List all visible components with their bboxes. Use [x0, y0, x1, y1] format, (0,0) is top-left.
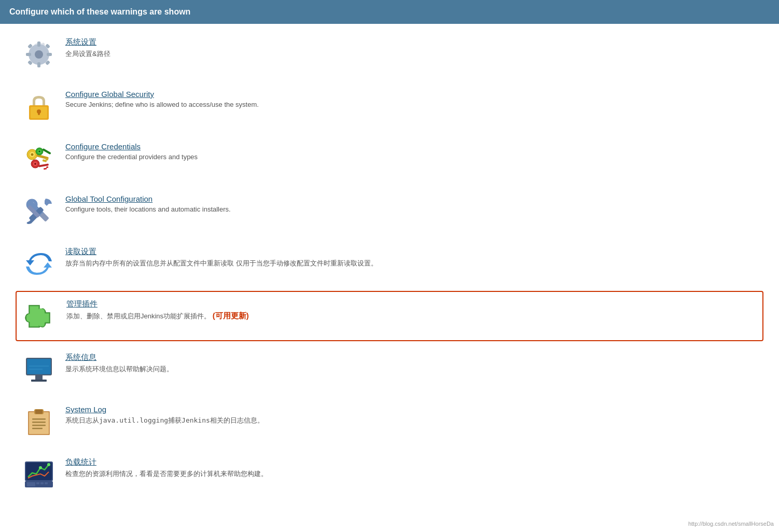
chart-icon [21, 457, 57, 491]
item-row-reload[interactable]: 读取设置放弃当前内存中所有的设置信息并从配置文件中重新读取 仅用于当您手动修改配… [16, 239, 763, 289]
svg-rect-54 [32, 425, 46, 426]
item-desc-system-settings: 全局设置&路径 [65, 49, 110, 59]
svg-rect-61 [27, 482, 35, 486]
item-row-manage-plugins[interactable]: 管理插件添加、删除、禁用或启用Jenkins功能扩展插件。 (可用更新) [16, 291, 763, 341]
refresh-icon [21, 247, 57, 281]
item-title-global-tool[interactable]: Global Tool Configuration [65, 194, 231, 203]
item-desc-load-stats: 检查您的资源利用情况，看看是否需要更多的计算机来帮助您构建。 [65, 469, 268, 479]
item-title-system-settings[interactable]: 系统设置 [65, 37, 110, 47]
svg-point-22 [34, 163, 36, 165]
svg-rect-5 [47, 53, 52, 56]
keys-icon [21, 142, 57, 176]
item-content-system-log: System Log系统日志从java.util.logging捕获Jenkin… [65, 405, 264, 425]
svg-point-28 [38, 150, 40, 152]
svg-rect-13 [38, 111, 40, 115]
svg-point-1 [35, 50, 43, 59]
svg-rect-3 [37, 62, 40, 67]
svg-rect-52 [32, 418, 46, 420]
svg-point-59 [47, 463, 50, 466]
header-bar: Configure which of these warnings are sh… [0, 0, 779, 24]
svg-rect-44 [35, 375, 43, 380]
item-row-system-info[interactable]: 系统信息显示系统环境信息以帮助解决问题。 [16, 344, 763, 395]
svg-rect-49 [29, 412, 49, 434]
item-content-credentials: Configure CredentialsConfigure the crede… [65, 142, 198, 161]
svg-rect-46 [28, 360, 50, 373]
lock-icon [21, 90, 57, 123]
item-title-global-security[interactable]: Configure Global Security [65, 90, 259, 99]
svg-rect-62 [36, 482, 39, 484]
item-desc-global-tool: Configure tools, their locations and aut… [65, 205, 231, 213]
item-content-global-tool: Global Tool ConfigurationConfigure tools… [65, 194, 231, 213]
svg-rect-53 [32, 422, 46, 423]
item-row-system-settings[interactable]: 系统设置全局设置&路径 [16, 29, 763, 79]
svg-rect-64 [45, 482, 48, 484]
svg-rect-45 [31, 380, 47, 382]
item-content-global-security: Configure Global SecuritySecure Jenkins;… [65, 90, 259, 108]
item-title-credentials[interactable]: Configure Credentials [65, 142, 198, 151]
item-desc-system-log: 系统日志从java.util.logging捕获Jenkins相关的日志信息。 [65, 416, 264, 425]
item-content-system-settings: 系统设置全局设置&路径 [65, 37, 110, 59]
item-title-manage-plugins[interactable]: 管理插件 [66, 299, 249, 309]
svg-rect-29 [42, 148, 51, 154]
update-badge-manage-plugins: (可用更新) [213, 311, 249, 320]
item-content-system-info: 系统信息显示系统环境信息以帮助解决问题。 [65, 353, 173, 374]
item-title-system-log[interactable]: System Log [65, 405, 264, 414]
item-content-load-stats: 负载统计检查您的资源利用情况，看看是否需要更多的计算机来帮助您构建。 [65, 457, 268, 479]
item-content-manage-plugins: 管理插件添加、删除、禁用或启用Jenkins功能扩展插件。 (可用更新) [66, 299, 249, 321]
item-desc-global-security: Secure Jenkins; define who is allowed to… [65, 101, 259, 108]
svg-rect-63 [40, 482, 44, 484]
item-desc-credentials: Configure the credential providers and t… [65, 153, 198, 161]
svg-rect-55 [32, 428, 43, 429]
item-content-reload: 读取设置放弃当前内存中所有的设置信息并从配置文件中重新读取 仅用于当您手动修改配… [65, 247, 378, 268]
svg-rect-4 [26, 53, 31, 56]
item-desc-reload: 放弃当前内存中所有的设置信息并从配置文件中重新读取 仅用于当您手动修改配置文件时… [65, 259, 378, 268]
svg-point-58 [39, 466, 42, 469]
svg-rect-2 [37, 41, 40, 47]
wrench-icon [21, 194, 57, 228]
item-row-global-security[interactable]: Configure Global SecuritySecure Jenkins;… [16, 81, 763, 132]
gear-icon [21, 37, 57, 71]
item-title-reload[interactable]: 读取设置 [65, 247, 378, 257]
svg-rect-51 [35, 410, 43, 414]
svg-rect-24 [44, 167, 47, 170]
item-row-credentials[interactable]: Configure CredentialsConfigure the crede… [16, 134, 763, 184]
item-row-global-tool[interactable]: Global Tool ConfigurationConfigure tools… [16, 186, 763, 236]
svg-rect-25 [46, 166, 48, 168]
header-text: Configure which of these warnings are sh… [9, 7, 190, 16]
puzzle-icon [22, 299, 58, 333]
item-desc-manage-plugins: 添加、删除、禁用或启用Jenkins功能扩展插件。 (可用更新) [66, 311, 249, 321]
item-row-load-stats[interactable]: 负载统计检查您的资源利用情况，看看是否需要更多的计算机来帮助您构建。 [16, 449, 763, 499]
item-title-load-stats[interactable]: 负载统计 [65, 457, 268, 467]
items-list: 系统设置全局设置&路径 Configure Global SecuritySec… [0, 29, 779, 499]
monitor-icon [21, 353, 57, 386]
item-desc-system-info: 显示系统环境信息以帮助解决问题。 [65, 365, 173, 374]
item-row-system-log[interactable]: System Log系统日志从java.util.logging捕获Jenkin… [16, 397, 763, 447]
clipboard-icon [21, 405, 57, 439]
watermark: http://blog.csdn.net/smallHorseDa [688, 521, 774, 527]
item-title-system-info[interactable]: 系统信息 [65, 353, 173, 362]
svg-point-16 [31, 153, 34, 156]
